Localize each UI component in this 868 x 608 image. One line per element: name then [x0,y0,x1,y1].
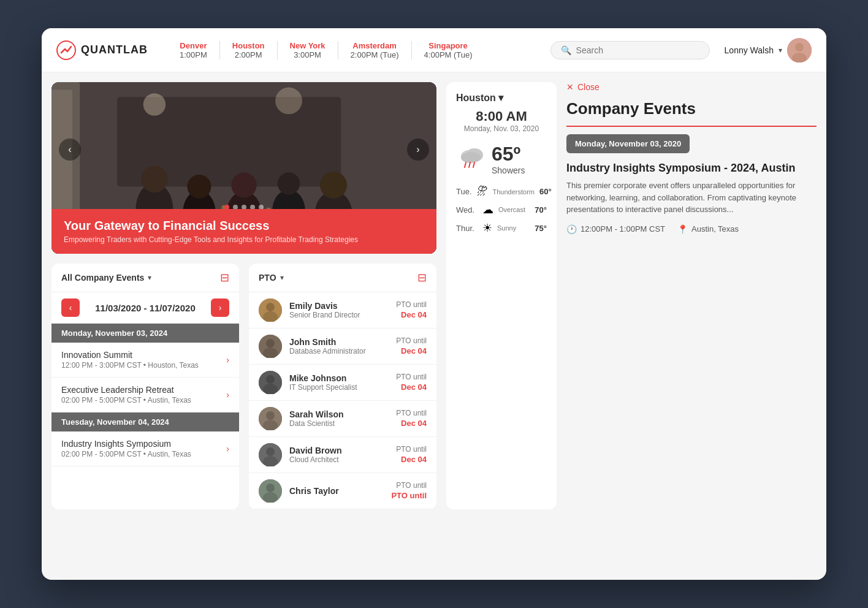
pto-item[interactable]: Emily Davis Senior Brand Director PTO un… [249,292,436,329]
date-next-button[interactable]: › [211,298,229,317]
events-panel: All Company Events ▾ ⊟ ‹ 11/03/2020 - 11… [51,264,239,509]
forecast-day: Wed. [456,205,478,215]
hero-next-button[interactable]: › [407,139,429,161]
svg-point-2 [795,43,804,51]
svg-point-30 [266,375,275,384]
forecast-temp: 75° [535,224,547,233]
event-item[interactable]: Executive Leadership Retreat 02:00 PM - … [51,378,239,412]
forecast-day: Tue. [456,187,472,196]
pto-item[interactable]: Mike Johnson IT Support Specialist PTO u… [249,365,436,401]
hero-title: Your Gateway to Financial Success [64,219,424,233]
svg-point-33 [266,411,275,420]
pto-role: Senior Brand Director [289,311,389,319]
svg-point-24 [266,303,275,311]
pto-until: PTO until Dec 04 [396,445,427,465]
detail-time: 12:00PM - 1:00PM CST [581,224,665,234]
event-info: Innovation Summit 12:00 PM - 3:00PM CST … [61,350,226,370]
city-houston[interactable]: Houston 2:00PM [220,41,278,59]
events-dropdown-arrow[interactable]: ▾ [148,273,151,282]
event-chevron-icon: › [226,444,229,454]
forecast-item: Thur. ☀ Sunny 75° [456,221,547,235]
hero-prev-button[interactable]: ‹ [59,139,81,161]
pto-until-label: PTO until [396,300,427,309]
forecast-icon: ☀ [482,221,492,235]
event-chevron-icon: › [226,355,229,365]
city-singapore[interactable]: Singapore 4:00PM (Tue) [412,41,485,59]
pto-avatar [259,371,282,394]
search-input[interactable] [576,45,699,55]
pto-avatar [259,443,282,466]
pto-until-label: PTO until [391,481,427,490]
weather-temp: 65º [492,143,525,165]
header: QUANTLAB Denver 1:00PM Houston 2:00PM Ne… [42,28,826,72]
right-panel: ✕ Close Company Events Monday, November … [557,72,826,519]
forecast-icon: ⛈ [477,185,488,198]
pto-until-date: Dec 04 [401,346,427,355]
pto-until-date: Dec 04 [401,455,427,464]
close-button[interactable]: ✕ Close [566,82,817,92]
logo-text: QUANTLAB [81,44,148,56]
svg-point-27 [266,339,275,348]
event-item[interactable]: Innovation Summit 12:00 PM - 3:00PM CST … [51,343,239,378]
pto-menu-button[interactable]: ⊟ [417,271,427,284]
pto-title-row: PTO ▾ [259,273,284,283]
weather-condition: Showers [492,165,525,175]
pto-dropdown-arrow[interactable]: ▾ [280,273,284,282]
forecast-desc: Thunderstorm [493,188,535,196]
pto-role: Cloud Architect [289,455,389,464]
city-newyork[interactable]: New York 3:00PM [278,41,338,59]
logo-icon [56,40,76,60]
day-header-0: Monday, November 03, 2024 [51,324,239,343]
forecast-day: Thur. [456,224,478,233]
pto-name: Sarah Wilson [289,409,389,419]
search-bar[interactable]: 🔍 [550,41,710,59]
hero-slideshow: ‹ › Your Gateway to Financial Success Em… [51,82,436,254]
forecast-temp: 60° [539,187,552,196]
pto-item[interactable]: David Brown Cloud Architect PTO until De… [249,437,436,473]
pto-info: Sarah Wilson Data Scientist [289,409,389,428]
weather-temp-desc: 65º Showers [492,143,525,175]
weather-date: Monday, Nov. 03, 2020 [456,124,547,133]
forecast-temp: 70° [535,205,547,215]
pto-info: Emily Davis Senior Brand Director [289,301,389,319]
app-window: QUANTLAB Denver 1:00PM Houston 2:00PM Ne… [42,28,826,580]
pto-avatar [259,298,282,322]
event-info: Executive Leadership Retreat 02:00 PM - … [61,385,226,405]
avatar [787,38,812,63]
pto-item[interactable]: Sarah Wilson Data Scientist PTO until De… [249,401,436,437]
close-label: Close [577,82,600,92]
pto-role: IT Support Specialist [289,383,389,392]
forecast-desc: Overcast [498,206,530,213]
svg-point-22 [275,88,302,115]
pto-name: Chris Taylor [289,486,384,496]
pto-item[interactable]: John Smith Database Administrator PTO un… [249,329,436,365]
city-amsterdam[interactable]: Amsterdam 2:00PM (Tue) [338,41,412,59]
date-prev-button[interactable]: ‹ [61,298,80,317]
weather-time: 8:00 AM [456,108,547,124]
svg-line-46 [473,162,474,167]
user-area[interactable]: Lonny Walsh ▾ [725,38,812,63]
weather-city: Houston [456,93,496,104]
pto-panel: PTO ▾ ⊟ Emily Davis Senior Brand Directo… [249,264,436,509]
event-name: Executive Leadership Retreat [61,385,226,395]
left-panel: ‹ › Your Gateway to Financial Success Em… [42,72,446,519]
svg-point-43 [461,152,481,163]
weather-icon-main [456,144,487,174]
close-x-icon: ✕ [566,82,574,92]
events-menu-button[interactable]: ⊟ [220,271,229,284]
pto-info: David Brown Cloud Architect [289,446,389,464]
pto-until-date: Dec 04 [401,310,427,319]
chevron-down-icon: ▾ [779,46,782,55]
hero-overlay: Your Gateway to Financial Success Empowe… [51,209,436,254]
forecast-item: Tue. ⛈ Thunderstorm 60° [456,185,547,198]
svg-point-17 [320,172,347,199]
pto-avatar [259,335,282,358]
pto-until: PTO until Dec 04 [396,300,427,320]
pto-name: David Brown [289,446,389,455]
city-denver[interactable]: Denver 1:00PM [167,41,220,59]
event-item[interactable]: Industry Insights Symposium 02:00 PM - 5… [51,431,239,466]
pto-item[interactable]: Chris Taylor PTO until PTO until [249,473,436,509]
logo[interactable]: QUANTLAB [56,40,148,60]
weather-location[interactable]: Houston ▾ [456,92,547,104]
detail-description: This premier corporate event offers unpa… [566,180,817,216]
